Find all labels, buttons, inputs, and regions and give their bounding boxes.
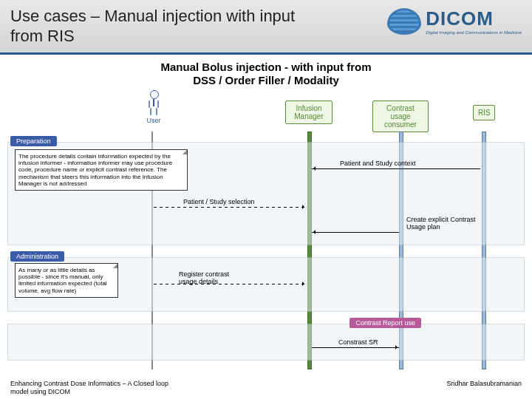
note-preparation: The procedure details contain informatio… <box>15 149 188 191</box>
msg-patient-study-context: Patient and Study context <box>340 160 416 167</box>
logo-tagline: Digital Imaging and Communications in Me… <box>426 30 522 35</box>
phase-report: Contrast Report use Constrast SR <box>7 324 525 361</box>
actor-contrast-consumer: Contrast usage consumer <box>372 100 429 132</box>
msg-create-plan: Create explicit Contrast Usage plan <box>406 216 480 231</box>
phase-label-prep: Preparation <box>10 136 57 146</box>
msg-patient-study-selection: Patient / Study selection <box>183 198 255 205</box>
slide-header: Use cases – Manual injection with input … <box>0 0 532 55</box>
actor-ris: RIS <box>473 105 495 120</box>
dicom-logo: DICOM Digital Imaging and Communications… <box>387 7 522 35</box>
actor-infusion-manager: Infusion Manager <box>285 100 332 124</box>
logo-name: DICOM <box>426 7 522 30</box>
phase-label-report: Contrast Report use <box>349 318 421 328</box>
slide-footer: Enhancing Contrast Dose Informatics – A … <box>10 380 522 396</box>
msg-contrast-sr: Constrast SR <box>338 338 378 346</box>
footer-left: Enhancing Contrast Dose Informatics – A … <box>10 380 188 396</box>
diagram-title: Manual Bolus injection - with input from… <box>7 61 525 87</box>
arrow-patient-study-selection <box>154 207 306 208</box>
phase-label-admin: Administration <box>10 251 64 262</box>
user-icon <box>146 90 161 115</box>
actor-user: User <box>146 90 161 124</box>
actors-row: User Infusion Manager Contrast usage con… <box>7 90 525 132</box>
msg-register-details: Register contrast usage details <box>179 270 245 285</box>
note-administration: As many or as little details as possible… <box>15 263 118 298</box>
arrow-create-plan <box>312 232 399 233</box>
sequence-diagram: Manual Bolus injection - with input from… <box>7 61 525 369</box>
globe-icon <box>387 8 421 35</box>
phase-preparation: Preparation The procedure details contai… <box>7 142 525 245</box>
arrow-contrast-sr <box>312 347 399 348</box>
footer-author: Sridhar Balasubramanian <box>446 380 522 396</box>
phase-administration: Administration As many or as little deta… <box>7 257 525 312</box>
slide-title: Use cases – Manual injection with input … <box>10 7 321 46</box>
arrow-patient-study-context <box>312 168 480 169</box>
